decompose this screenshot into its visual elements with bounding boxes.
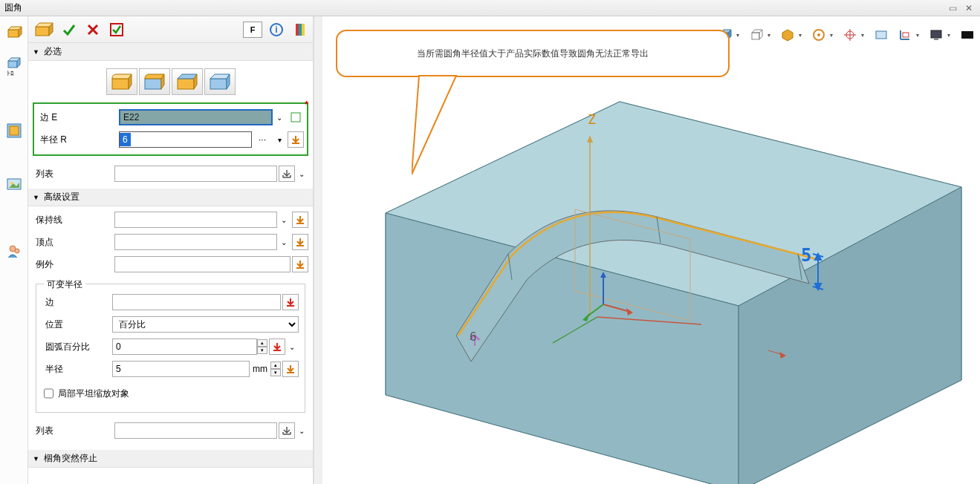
svg-rect-0 — [8, 30, 19, 37]
exception-download-icon[interactable] — [292, 256, 308, 272]
radius-download-icon[interactable] — [288, 131, 304, 148]
warning-star-icon: * — [305, 99, 308, 110]
rail-cube-small-icon[interactable]: ﾄﾛ — [5, 55, 23, 73]
vertex-chevron-icon[interactable]: ⌄ — [277, 238, 291, 246]
list-chevron-icon[interactable]: ⌄ — [295, 170, 308, 178]
mode-edge-icon[interactable] — [106, 68, 137, 95]
panel-toolbar: F i — [28, 16, 313, 43]
svg-rect-13 — [36, 27, 49, 36]
vertex-label: 顶点 — [33, 236, 114, 249]
svg-rect-24 — [145, 79, 161, 89]
section-advanced-header[interactable]: ▼高级设置 — [28, 189, 313, 206]
ok-icon[interactable] — [59, 20, 79, 39]
edge-input[interactable] — [119, 109, 273, 125]
exception-input[interactable] — [114, 256, 291, 272]
svg-text:i: i — [275, 24, 277, 35]
flag-icon[interactable] — [291, 20, 310, 39]
edge-chevron-icon[interactable]: ⌄ — [273, 114, 286, 122]
vr-arc-chevron-icon[interactable]: ⌄ — [285, 343, 299, 351]
svg-rect-16 — [111, 24, 123, 36]
close-icon[interactable]: ✕ — [962, 3, 976, 13]
vr-edge-input[interactable] — [112, 294, 281, 310]
svg-rect-32 — [291, 113, 300, 122]
viewport-3d[interactable]: ▾ ▾ ▾ ▾ ▾ ▾ ▾ — [322, 16, 980, 484]
keepline-download-icon[interactable] — [292, 212, 308, 228]
left-rail: ﾄﾛ — [0, 16, 28, 484]
edge-label: 边 E — [37, 111, 119, 124]
svg-rect-22 — [112, 79, 129, 89]
callout-bubble: 当所需圆角半径值大于产品实际数值导致圆角无法正常导出 — [336, 30, 730, 77]
local-flat-checkbox[interactable] — [44, 385, 53, 402]
svg-marker-85 — [412, 76, 456, 174]
minimize-icon[interactable]: ▭ — [946, 3, 960, 13]
spin-down-icon[interactable]: ▾ — [257, 347, 267, 354]
vr-arc-percent-input[interactable] — [112, 339, 257, 355]
cancel-icon[interactable] — [83, 20, 103, 39]
vr-radius-input[interactable] — [112, 361, 250, 377]
spin-up-icon[interactable]: ▴ — [257, 339, 267, 347]
vr-list-import-icon[interactable] — [279, 422, 295, 439]
svg-rect-19 — [296, 24, 299, 36]
svg-rect-20 — [299, 24, 302, 36]
spin-up-icon[interactable]: ▴ — [270, 362, 281, 369]
list-input[interactable] — [114, 166, 277, 182]
svg-rect-7 — [10, 126, 19, 135]
vr-list-input[interactable] — [114, 422, 277, 439]
list-import-icon[interactable] — [279, 166, 295, 182]
svg-rect-3 — [8, 61, 17, 68]
dimension-5: 5 — [801, 245, 811, 266]
keepline-chevron-icon[interactable]: ⌄ — [277, 216, 291, 224]
svg-point-12 — [15, 249, 19, 253]
mode-tri-tangent-icon[interactable] — [204, 68, 236, 95]
svg-rect-26 — [178, 79, 194, 89]
variable-radius-legend: 可变半径 — [44, 278, 85, 291]
check-box-icon[interactable] — [107, 20, 126, 39]
exception-label: 例外 — [33, 258, 114, 271]
fillet-panel: F i ▼必选 边 E ⌄ 半径 R 6 ··· ▾ — [28, 16, 314, 484]
rail-layer-icon[interactable] — [5, 122, 23, 140]
dimension-6: 6 — [470, 330, 477, 344]
radius-dropdown-icon[interactable]: ▾ — [273, 136, 286, 144]
svg-rect-21 — [302, 24, 305, 36]
fillet-mode-row — [28, 61, 313, 102]
vr-edge-download-icon[interactable] — [282, 294, 299, 310]
vr-position-select[interactable]: 百分比 — [112, 316, 299, 333]
list-label: 列表 — [33, 168, 114, 180]
panel-scrollbar[interactable] — [314, 16, 322, 484]
mode-full-round-icon[interactable] — [172, 68, 203, 95]
variable-radius-group: 可变半径 边 位置 百分比 圆弧百分比 ▴▾ ⌄ 半径 mm ▴▾ — [36, 284, 305, 413]
vr-arc-download-icon[interactable] — [269, 339, 285, 355]
apply-icon[interactable] — [31, 18, 55, 42]
section-corner-header[interactable]: ▼棝角突然停止 — [28, 450, 313, 468]
edge-pick-icon[interactable] — [288, 109, 304, 125]
vertex-download-icon[interactable] — [292, 234, 308, 250]
rail-image-icon[interactable] — [5, 175, 23, 193]
svg-rect-29 — [210, 79, 227, 89]
window-title: 圆角 — [4, 1, 22, 14]
radius-input[interactable]: 6 — [119, 131, 252, 148]
section-required-header[interactable]: ▼必选 — [28, 43, 313, 61]
keepline-label: 保持线 — [33, 214, 114, 226]
keepline-input[interactable] — [114, 212, 277, 228]
mode-face-icon[interactable] — [139, 68, 170, 95]
radius-label: 半径 R — [37, 134, 119, 146]
vertex-input[interactable] — [114, 234, 277, 250]
vr-list-chevron-icon[interactable]: ⌄ — [295, 427, 308, 435]
axis-z-label: Z — [588, 111, 596, 127]
f-button[interactable]: F — [243, 22, 262, 38]
callout-tail — [412, 74, 560, 186]
spin-down-icon[interactable]: ▾ — [270, 369, 281, 376]
rail-cube-icon[interactable] — [5, 24, 23, 42]
required-params-box: 边 E ⌄ 半径 R 6 ··· ▾ * — [33, 102, 308, 156]
info-icon[interactable]: i — [267, 20, 286, 39]
title-bar: 圆角 ▭ ✕ — [0, 0, 980, 16]
rail-user-icon[interactable] — [5, 242, 23, 260]
vr-radius-download-icon[interactable] — [282, 361, 299, 377]
